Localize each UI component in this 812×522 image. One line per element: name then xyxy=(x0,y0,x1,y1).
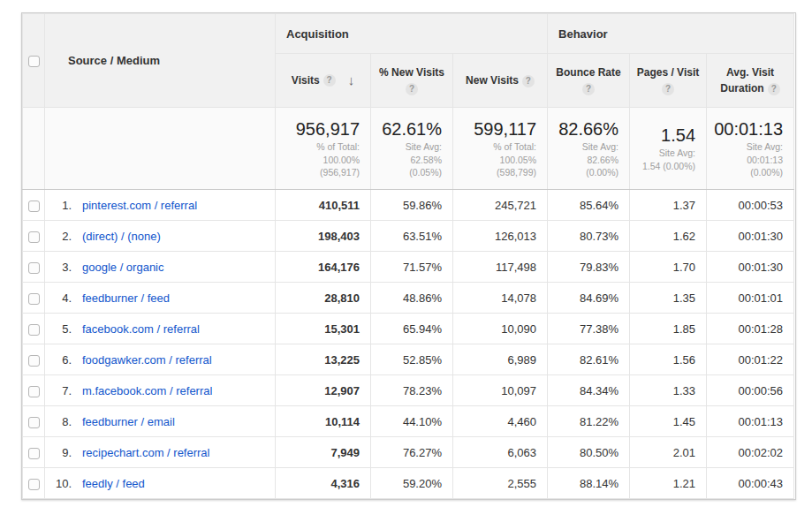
row-rank: 6. xyxy=(45,353,72,367)
source-medium-table: Source / Medium Acquisition Behavior Vis… xyxy=(22,13,794,499)
row-rank: 1. xyxy=(45,199,72,212)
new-visits-cell: 10,097 xyxy=(453,375,548,406)
pages-visit-cell: 1.56 xyxy=(630,344,707,375)
row-rank: 5. xyxy=(45,322,72,336)
select-all-checkbox[interactable] xyxy=(28,56,40,67)
row-checkbox[interactable] xyxy=(28,200,40,212)
source-medium-link[interactable]: feedburner / email xyxy=(82,415,175,428)
bounce-rate-cell: 82.61% xyxy=(548,344,630,375)
new-visits-cell: 14,078 xyxy=(453,283,548,314)
source-medium-cell: 7. m.facebook.com / referral xyxy=(45,375,276,406)
row-checkbox[interactable] xyxy=(28,417,40,428)
table-row: 2. (direct) / (none) 198,403 63.51% 126,… xyxy=(23,221,794,252)
avg-visit-duration-label-line1: Avg. Visit xyxy=(726,66,774,79)
row-checkbox[interactable] xyxy=(28,386,40,397)
pct-new-visits-cell: 65.94% xyxy=(371,314,453,344)
visits-cell: 164,176 xyxy=(276,252,371,283)
help-icon[interactable]: ? xyxy=(522,75,535,87)
column-header-source-medium[interactable]: Source / Medium xyxy=(45,14,276,108)
avg-visit-duration-cell: 00:00:56 xyxy=(707,375,794,406)
avg-visit-duration-cell: 00:01:01 xyxy=(707,283,794,314)
row-checkbox[interactable] xyxy=(28,231,40,243)
help-icon[interactable]: ? xyxy=(582,83,595,95)
totals-new-visits-value: 599,117 xyxy=(457,117,536,140)
totals-empty-cell xyxy=(45,108,276,190)
pct-new-visits-cell: 52.85% xyxy=(371,344,453,375)
row-checkbox-cell xyxy=(23,344,45,375)
new-visits-label: New Visits xyxy=(466,74,519,87)
table-row: 5. facebook.com / referral 15,301 65.94%… xyxy=(23,314,794,344)
totals-new-visits: 599,117 % of Total: 100.05% (598,799) xyxy=(453,108,548,190)
column-header-pct-new-visits[interactable]: % New Visits ? xyxy=(371,54,453,108)
table-row: 4. feedburner / feed 28,810 48.86% 14,07… xyxy=(23,283,794,314)
source-medium-link[interactable]: pinterest.com / referral xyxy=(82,199,197,212)
row-checkbox[interactable] xyxy=(28,355,40,367)
row-checkbox[interactable] xyxy=(28,324,40,336)
help-icon[interactable]: ? xyxy=(662,83,674,95)
help-icon[interactable]: ? xyxy=(768,83,780,95)
source-medium-link[interactable]: m.facebook.com / referral xyxy=(82,384,212,397)
visits-cell: 4,316 xyxy=(276,468,371,499)
row-checkbox-cell xyxy=(23,190,45,221)
table-row: 9. recipechart.com / referral 7,949 76.2… xyxy=(23,437,794,468)
row-checkbox-cell xyxy=(23,375,45,406)
source-medium-link[interactable]: recipechart.com / referral xyxy=(82,446,210,459)
source-medium-cell: 4. feedburner / feed xyxy=(45,283,276,314)
select-all-cell xyxy=(23,14,45,108)
source-medium-link[interactable]: facebook.com / referral xyxy=(82,322,200,336)
visits-cell: 28,810 xyxy=(276,283,371,314)
avg-visit-duration-cell: 00:01:22 xyxy=(707,344,794,375)
new-visits-cell: 2,555 xyxy=(453,468,548,499)
bounce-rate-cell: 88.14% xyxy=(548,468,630,499)
row-checkbox-cell xyxy=(23,252,45,283)
totals-bounce-rate-subtext: Site Avg: 82.66% (0.00%) xyxy=(551,140,618,179)
pages-visit-cell: 1.62 xyxy=(630,221,707,252)
source-medium-link[interactable]: feedly / feed xyxy=(82,477,145,490)
sort-descending-icon[interactable]: ↓ xyxy=(348,71,355,91)
totals-pct-new-visits-value: 62.61% xyxy=(375,117,442,140)
visits-cell: 7,949 xyxy=(276,437,371,468)
row-checkbox-cell xyxy=(23,468,45,499)
help-icon[interactable]: ? xyxy=(406,83,418,95)
column-header-avg-visit-duration[interactable]: Avg. Visit Duration? xyxy=(707,54,794,108)
visits-label: Visits xyxy=(292,72,320,88)
pages-visit-cell: 1.35 xyxy=(630,283,707,314)
avg-visit-duration-cell: 00:01:28 xyxy=(707,314,794,344)
row-checkbox[interactable] xyxy=(28,448,40,459)
row-checkbox-cell xyxy=(23,221,45,252)
source-medium-link[interactable]: google / organic xyxy=(82,261,164,274)
column-header-bounce-rate[interactable]: Bounce Rate ? xyxy=(548,54,630,108)
row-checkbox[interactable] xyxy=(28,262,40,274)
source-medium-link[interactable]: feedburner / feed xyxy=(82,291,170,305)
row-checkbox[interactable] xyxy=(28,293,40,305)
totals-avg-visit-duration-value: 00:01:13 xyxy=(710,117,783,140)
row-rank: 3. xyxy=(45,261,72,274)
new-visits-cell: 117,498 xyxy=(453,252,548,283)
column-header-pages-visit[interactable]: Pages / Visit ? xyxy=(630,54,707,108)
column-header-visits[interactable]: Visits ? ↓ xyxy=(276,54,371,108)
source-medium-link[interactable]: foodgawker.com / referral xyxy=(82,353,212,367)
source-medium-link[interactable]: (direct) / (none) xyxy=(82,230,161,243)
bounce-rate-cell: 81.22% xyxy=(548,406,630,437)
visits-cell: 15,301 xyxy=(276,314,371,344)
avg-visit-duration-label-line2: Duration xyxy=(720,82,763,95)
totals-pages-visit: 1.54 Site Avg: 1.54 (0.00%) xyxy=(630,108,707,190)
table-row: 10. feedly / feed 4,316 59.20% 2,555 88.… xyxy=(23,468,794,499)
row-checkbox[interactable] xyxy=(28,479,40,490)
totals-new-visits-subtext: % of Total: 100.05% (598,799) xyxy=(457,140,536,179)
table-row: 1. pinterest.com / referral 410,511 59.8… xyxy=(23,190,794,221)
bounce-rate-label: Bounce Rate xyxy=(556,66,620,79)
avg-visit-duration-cell: 00:00:43 xyxy=(707,468,794,499)
totals-visits-value: 956,917 xyxy=(279,117,360,140)
help-icon[interactable]: ? xyxy=(323,74,336,87)
pct-new-visits-cell: 78.23% xyxy=(371,375,453,406)
pages-visit-cell: 2.01 xyxy=(630,437,707,468)
group-header-behavior: Behavior xyxy=(548,14,794,54)
table-row: 8. feedburner / email 10,114 44.10% 4,46… xyxy=(23,406,794,437)
source-medium-cell: 10. feedly / feed xyxy=(45,468,276,499)
totals-row: 956,917 % of Total: 100.00% (956,917) 62… xyxy=(23,108,794,190)
pct-new-visits-cell: 48.86% xyxy=(371,283,453,314)
column-header-new-visits[interactable]: New Visits? xyxy=(453,54,548,108)
source-medium-table-card: Source / Medium Acquisition Behavior Vis… xyxy=(21,12,796,500)
pct-new-visits-cell: 59.86% xyxy=(371,190,453,221)
